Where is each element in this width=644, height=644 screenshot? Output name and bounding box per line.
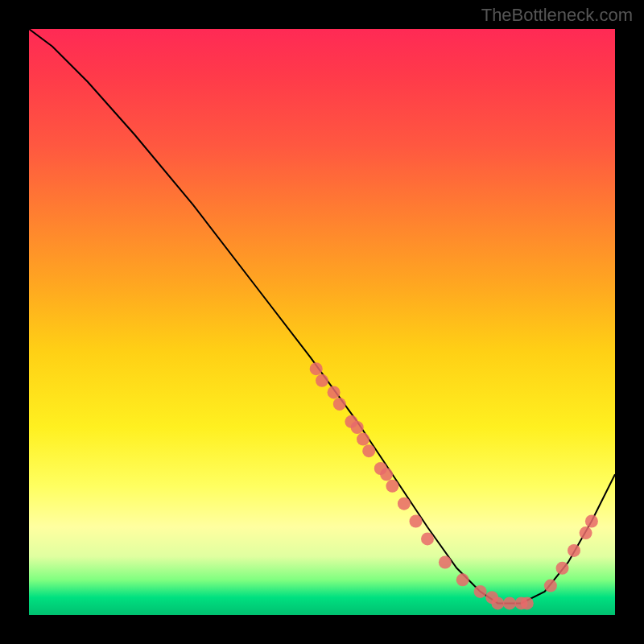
data-point	[328, 386, 341, 398]
data-point	[357, 433, 369, 446]
data-point	[580, 526, 592, 539]
data-point	[316, 374, 328, 387]
data-point	[310, 362, 323, 375]
data-point	[521, 597, 534, 609]
data-points-group	[310, 362, 598, 609]
chart-svg	[29, 29, 615, 615]
data-point	[398, 497, 411, 510]
data-point	[503, 597, 516, 609]
data-point	[556, 562, 569, 575]
data-point	[456, 573, 469, 586]
data-point	[351, 421, 364, 434]
data-point	[439, 556, 452, 569]
data-point	[491, 597, 504, 609]
chart-plot-area	[29, 29, 615, 615]
watermark-text: TheBottleneck.com	[481, 5, 633, 26]
data-point	[333, 398, 346, 411]
data-point	[544, 580, 557, 592]
data-point	[380, 468, 393, 481]
data-point	[474, 585, 487, 598]
bottleneck-curve	[29, 29, 615, 603]
data-point	[362, 444, 375, 457]
data-point	[386, 480, 398, 493]
data-point	[410, 515, 423, 528]
data-point	[421, 532, 434, 545]
data-point	[585, 515, 598, 528]
data-point	[568, 544, 580, 557]
